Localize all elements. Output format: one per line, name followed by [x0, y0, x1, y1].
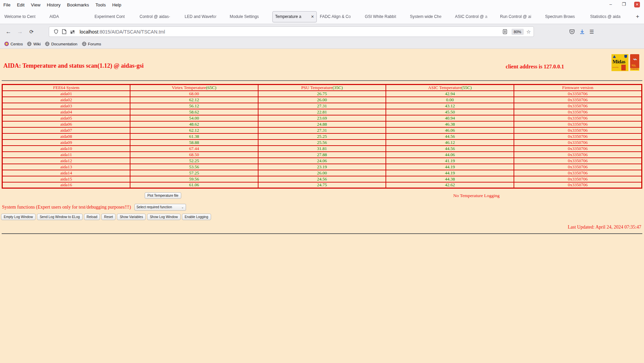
hamburger-menu-icon[interactable]: ☰ [589, 29, 594, 35]
fee64-system-cell: aida08 [2, 133, 130, 140]
asic-temp-cell: 44.56 [386, 133, 514, 140]
table-row: aida14 57.25 26.00 44.19 0x3350706 [2, 170, 642, 176]
browser-tab[interactable]: System wide Che ✕ [408, 11, 452, 22]
browser-tab[interactable]: Spectrum Brows ✕ [543, 11, 587, 22]
bookmark-centos[interactable]: Centos [4, 42, 23, 46]
function-select[interactable]: Select required function ⌄ [134, 204, 186, 211]
browser-tab[interactable]: Statistics @ aida ✕ [588, 11, 632, 22]
browser-tab[interactable]: Experiment Cont ✕ [92, 11, 137, 22]
firmware-cell: 0x3350706 [514, 146, 642, 152]
plot-temperature-button[interactable]: Plot Temperature file [145, 192, 181, 199]
tab-label: Experiment Cont [95, 14, 134, 19]
url-bar[interactable]: localhost:8015/AIDA/TSCAN/TSCAN.tml 80% … [49, 26, 534, 37]
menu-item[interactable]: Help [112, 2, 121, 7]
footer-divider [2, 233, 642, 234]
reload-icon[interactable]: ⟳ [26, 29, 37, 35]
virtex-temp-cell: 56.12 [130, 103, 258, 109]
menu-item[interactable]: Tools [96, 2, 106, 7]
browser-tab[interactable]: Run Control @ ai ✕ [498, 11, 542, 22]
tab-label: Module Settings [230, 14, 269, 19]
psu-temp-cell: 27.31 [258, 127, 386, 133]
table-row: aida04 58.62 22.81 45.50 0x3350706 [2, 109, 642, 115]
url-text[interactable]: localhost:8015/AIDA/TSCAN/TSCAN.tml [80, 29, 501, 35]
bookmark-forums[interactable]: Forums [82, 42, 101, 46]
firmware-cell: 0x3350706 [514, 158, 642, 164]
menu-item[interactable]: Bookmarks [67, 2, 89, 7]
fee64-system-cell: aida12 [2, 158, 130, 164]
log-action-button[interactable]: Send Log Window to ELog [37, 214, 82, 220]
log-action-button[interactable]: Reset [101, 214, 116, 220]
midas-logo[interactable]: Midas proved by [611, 54, 628, 71]
browser-tab[interactable]: Temperature a ✕ [272, 11, 317, 22]
virtex-temp-cell: 68.00 [130, 91, 258, 97]
tab-label: Spectrum Brows [545, 14, 585, 19]
pocket-icon[interactable] [569, 29, 575, 35]
table-row: aida10 67.44 31.81 44.56 0x3350706 [2, 146, 642, 152]
col-header-virtex: Virtex Temperature(65C) [130, 85, 258, 91]
firmware-cell: 0x3350706 [514, 176, 642, 182]
maximize-icon[interactable]: ❐ [621, 2, 627, 7]
bookmark-star-icon[interactable]: ☆ [526, 29, 531, 35]
table-row: aida01 68.00 26.75 42.94 0x3350706 [2, 91, 642, 97]
virtex-temp-cell: 48.62 [130, 121, 258, 127]
log-action-button[interactable]: Reload [84, 214, 100, 220]
log-action-button[interactable]: Show Variables [117, 214, 146, 220]
psu-temp-cell: 25.56 [258, 140, 386, 146]
chevron-down-icon: ⌄ [181, 206, 184, 209]
virtex-temp-cell: 52.25 [130, 158, 258, 164]
fee64-system-cell: aida15 [2, 176, 130, 182]
asic-temp-cell: 44.19 [386, 164, 514, 170]
bookmark-documentation[interactable]: Documentation [45, 42, 77, 46]
table-row: aida11 68.50 27.88 44.06 0x3350706 [2, 152, 642, 158]
psu-temp-cell: 22.81 [258, 109, 386, 115]
browser-tab[interactable]: GSI White Rabbit ✕ [362, 11, 407, 22]
log-action-button[interactable]: Show Log Window [147, 214, 181, 220]
midas-logo-triangle [613, 55, 616, 58]
fee64-system-cell: aida11 [2, 152, 130, 158]
bookmark-wiki[interactable]: Wiki [27, 42, 41, 46]
asic-temp-cell: 45.50 [386, 109, 514, 115]
firmware-cell: 0x3350706 [514, 133, 642, 140]
tab-label: Statistics @ aida [590, 14, 630, 19]
tab-close-icon[interactable]: ✕ [310, 15, 314, 19]
tcl-powered-logo[interactable]: ⌁ TCL POWERED [630, 54, 639, 71]
table-row: aida16 61.06 24.75 42.62 0x3350706 [2, 182, 642, 188]
forward-icon[interactable]: → [15, 28, 25, 35]
table-row: aida03 56.12 27.31 43.12 0x3350706 [2, 103, 642, 109]
browser-tab[interactable]: Control @ aidas- ✕ [137, 11, 182, 22]
browser-tab[interactable]: FADC Align & Co ✕ [317, 11, 362, 22]
fee64-system-cell: aida10 [2, 146, 130, 152]
browser-tab[interactable]: AIDA ✕ [47, 11, 91, 22]
fee64-system-cell: aida14 [2, 170, 130, 176]
shield-icon[interactable] [54, 29, 59, 34]
browser-tab[interactable]: Welcome to Cent ✕ [2, 11, 46, 22]
log-action-button[interactable]: Empty Log Window [1, 214, 36, 220]
menu-item[interactable]: History [47, 2, 60, 7]
system-functions-label: System functions (Expert users only for … [2, 205, 131, 210]
log-action-button[interactable]: Enable Logging [182, 214, 211, 220]
download-icon[interactable] [579, 29, 585, 35]
page-info-icon[interactable] [62, 29, 66, 34]
back-icon[interactable]: ← [3, 28, 14, 35]
minimize-icon[interactable]: – [608, 2, 614, 7]
menu-item[interactable]: File [3, 2, 11, 7]
col-header-firmware: Firmware version [514, 85, 642, 91]
new-tab-button[interactable]: + [633, 13, 642, 21]
permissions-tuner-icon[interactable] [70, 30, 75, 34]
browser-tab[interactable]: LED and Wavefor ✕ [182, 11, 227, 22]
menu-item[interactable]: Edit [17, 2, 24, 7]
close-icon[interactable]: ✕ [634, 2, 640, 7]
browser-tab[interactable]: ASIC Control @ a ✕ [453, 11, 497, 22]
asic-temp-cell: 46.06 [386, 127, 514, 133]
browser-tab[interactable]: Module Settings ✕ [227, 11, 272, 22]
menu-item[interactable]: View [31, 2, 40, 7]
psu-temp-cell: 27.88 [258, 152, 386, 158]
psu-temp-cell: 23.69 [258, 115, 386, 121]
psu-temp-cell: 23.19 [258, 164, 386, 170]
asic-temp-cell: 0.00 [386, 97, 514, 103]
reader-mode-icon[interactable] [503, 29, 507, 34]
virtex-temp-cell: 62.12 [130, 97, 258, 103]
asic-temp-cell: 44.56 [386, 146, 514, 152]
zoom-level-badge[interactable]: 80% [512, 29, 524, 35]
fee64-system-cell: aida06 [2, 121, 130, 127]
